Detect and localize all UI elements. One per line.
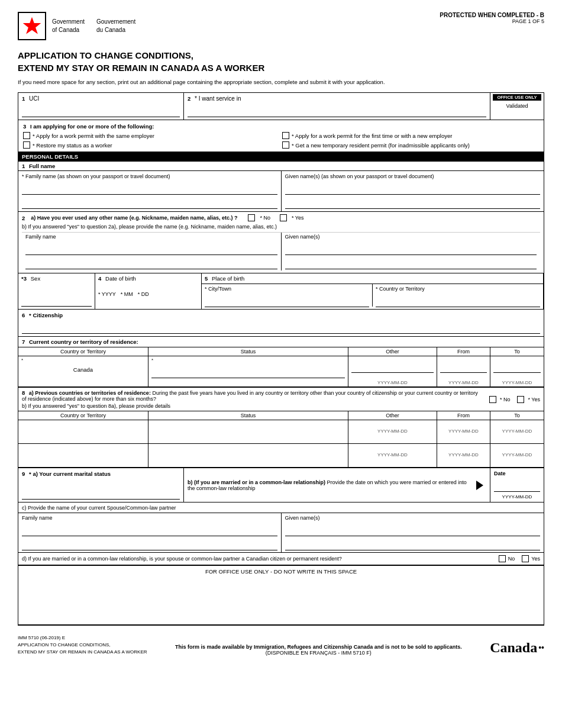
arrow-icon: [476, 481, 483, 490]
q2-family-cell: Family name: [22, 233, 282, 270]
citizenship-input[interactable]: [22, 321, 540, 334]
given-name-input-2[interactable]: [285, 196, 541, 209]
q7-from-input[interactable]: [440, 360, 487, 373]
family-name-cell: * Family name (as shown on your passport…: [18, 171, 282, 211]
th-status-8: Status: [148, 411, 348, 420]
given-name-cell: Given name(s) (as shown on your passport…: [282, 171, 544, 211]
th-to-8: To: [490, 411, 544, 420]
main-form: 1 UCI 2 * I want service in OFFICE USE O…: [18, 92, 544, 626]
q9-spouse-label-row: c) Provide the name of your current Spou…: [18, 502, 544, 513]
q8-from-1[interactable]: YYYY-MM-DD: [437, 420, 490, 443]
family-name-input[interactable]: [22, 182, 277, 195]
q9-married-cell: b) (If you are married or in a common-la…: [184, 468, 490, 502]
q8-to-1[interactable]: YYYY-MM-DD: [490, 420, 544, 443]
checkbox-q8-no[interactable]: [489, 396, 496, 403]
pob-outer-cell: 5 Place of birth * City/Town * Country o…: [202, 273, 544, 309]
pob-country-input[interactable]: [376, 294, 540, 307]
th-other-7: Other: [348, 347, 437, 356]
th-from-7: From: [437, 347, 490, 356]
given-name-input[interactable]: [285, 182, 541, 195]
applying-label: I am applying for one or more of the fol…: [30, 123, 154, 130]
pob-city-cell: * City/Town: [202, 284, 373, 307]
government-text: Government of Canada: [52, 18, 85, 34]
th-country-7: Country or Territory: [18, 347, 148, 356]
dob-fields: * YYYY * MM * DD: [98, 291, 198, 297]
q2-given-input-2[interactable]: [285, 256, 537, 269]
q9-date-hint: YYYY-MM-DD: [494, 494, 540, 500]
q2-names-row: Family name Given name(s): [22, 232, 540, 270]
office-only-text: FOR OFFICE USE ONLY - DO NOT WRITE IN TH…: [205, 568, 357, 575]
q8-to-2[interactable]: YYYY-MM-DD: [490, 444, 544, 467]
checkbox-q9d-no[interactable]: [499, 555, 506, 562]
th-country-8: Country or Territory: [18, 411, 148, 420]
applying-row: 3 I am applying for one or more of the f…: [18, 120, 544, 152]
office-use-cell: OFFICE USE ONLY Validated: [490, 93, 544, 120]
form-title: APPLICATION TO CHANGE CONDITIONS, EXTEND…: [18, 49, 544, 74]
family-name-input-2[interactable]: [22, 196, 277, 209]
q2b-text: b) If you answered "yes" to question 2a)…: [22, 224, 540, 230]
citizenship-row: 6 * Citizenship: [18, 310, 544, 337]
sex-dob-pob-row: *3 Sex 4 Date of birth * YYYY * MM * DD …: [18, 273, 544, 310]
checkbox-new-employer[interactable]: [282, 132, 289, 139]
q8-data-row-1: YYYY-MM-DD YYYY-MM-DD YYYY-MM-DD: [18, 420, 544, 444]
q8-text: 8 a) Previous countries or territories o…: [22, 389, 483, 409]
q2-given-cell: Given name(s): [282, 233, 541, 270]
q9-given-input[interactable]: [285, 523, 541, 536]
option-new-employer: * Apply for a work permit for the first …: [282, 132, 539, 139]
q2a-row: 2 a) Have you ever used any other name (…: [22, 214, 540, 221]
q9-date-input[interactable]: [494, 479, 540, 492]
q8-other-1[interactable]: YYYY-MM-DD: [348, 420, 437, 443]
q8-from-2[interactable]: YYYY-MM-DD: [437, 444, 490, 467]
checkbox-q9d-yes[interactable]: [522, 555, 529, 562]
th-from-8: From: [437, 411, 490, 420]
q8-table-header: Country or Territory Status Other From T…: [18, 411, 544, 420]
q2-family-input[interactable]: [25, 242, 277, 255]
checkbox-q8-yes[interactable]: [517, 396, 524, 403]
option-temp-permit: * Get a new temporary resident permit (f…: [282, 141, 539, 149]
checkbox-yes-other-name[interactable]: [280, 214, 287, 221]
dob-cell: 4 Date of birth * YYYY * MM * DD: [95, 273, 202, 309]
q9-names-row: Family name Given name(s): [18, 513, 544, 553]
q9-given-input-2[interactable]: [285, 537, 541, 550]
service-cell: 2 * I want service in: [184, 93, 490, 120]
q8-yn-area: * No * Yes: [483, 389, 540, 409]
checkbox-same-employer[interactable]: [23, 132, 30, 139]
uci-label: UCI: [29, 95, 39, 102]
protected-label: PROTECTED WHEN COMPLETED - B PAGE 1 OF 5: [440, 12, 544, 24]
uci-cell: 1 UCI: [18, 93, 184, 120]
canada-value: Canada: [21, 364, 145, 373]
q9-family-input[interactable]: [22, 523, 277, 536]
q7-other-input[interactable]: [351, 360, 434, 373]
q7-country-cell: * Canada: [18, 356, 148, 386]
pob-city-input[interactable]: [205, 294, 369, 307]
checkbox-restore[interactable]: [23, 141, 30, 149]
q8-country-1[interactable]: [18, 420, 148, 443]
q7-to-input[interactable]: [493, 360, 541, 373]
sex-input[interactable]: [21, 294, 92, 307]
maple-leaf-icon: [22, 15, 42, 37]
validated-label: Validated: [493, 103, 541, 109]
q7-status-cell: *: [148, 356, 348, 386]
q9-status-cell: 9 * a) Your current marital status: [18, 468, 184, 502]
footer-left: IMM 5710 (06-2019) E APPLICATION TO CHAN…: [18, 634, 147, 656]
q8-other-2[interactable]: YYYY-MM-DD: [348, 444, 437, 467]
checkbox-no-other-name[interactable]: [248, 214, 255, 221]
q9-family-input-2[interactable]: [22, 537, 277, 550]
checkbox-temp-permit[interactable]: [282, 141, 289, 149]
q8-country-2[interactable]: [18, 444, 148, 467]
marital-status-input[interactable]: [22, 487, 180, 500]
uci-input[interactable]: [22, 104, 180, 117]
q9-section: 9 * a) Your current marital status b) (I…: [18, 468, 544, 566]
service-label: * I want service in: [195, 95, 241, 102]
th-status-7: Status: [148, 347, 348, 356]
q9d-yn-pair: No Yes: [499, 555, 540, 562]
q7-status-input[interactable]: [151, 365, 345, 378]
q2-family-input-2[interactable]: [25, 256, 277, 269]
q9-given-cell: Given name(s): [282, 513, 544, 552]
q8-status-1[interactable]: [148, 420, 348, 443]
q8-status-2[interactable]: [148, 444, 348, 467]
footer: IMM 5710 (06-2019) E APPLICATION TO CHAN…: [18, 634, 544, 656]
q1-header: 1 Full name: [18, 162, 544, 171]
q2-given-input[interactable]: [285, 242, 537, 255]
service-input[interactable]: [188, 104, 486, 117]
